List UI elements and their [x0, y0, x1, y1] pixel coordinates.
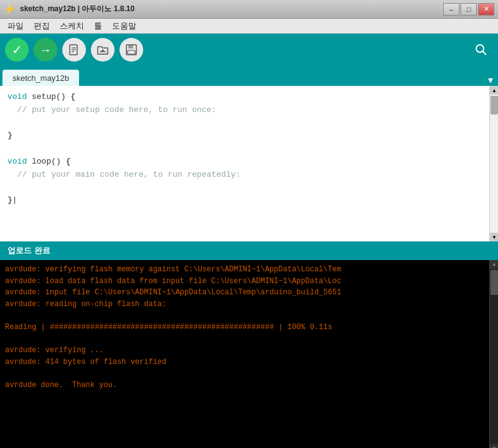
console-scroll-down[interactable]: ▼ [490, 444, 498, 448]
scroll-up-button[interactable]: ▲ [490, 86, 498, 95]
console-line [5, 310, 493, 322]
code-line-9: } [7, 194, 491, 207]
code-line-7: // put your main code here, to run repea… [7, 169, 491, 182]
open-button[interactable] [91, 38, 115, 62]
save-button[interactable] [120, 38, 143, 62]
svg-rect-6 [128, 45, 133, 49]
save-icon [125, 44, 138, 56]
console-output: avrdude: verifying flash memory against … [0, 260, 498, 448]
svg-rect-7 [128, 50, 135, 54]
console-line: avrdude: input file C:\Users\ADMINI~1\Ap… [5, 287, 493, 299]
status-bar: 업로드 완료 [0, 241, 498, 260]
code-line-1: void setup() { [7, 91, 491, 104]
code-line-5 [7, 142, 491, 156]
menu-file[interactable]: 파일 [2, 19, 29, 33]
tab-dropdown-button[interactable]: ▾ [488, 74, 496, 86]
close-button[interactable]: ✕ [478, 3, 494, 16]
code-line-3 [7, 117, 491, 130]
minimize-button[interactable]: – [443, 3, 459, 16]
title-bar-left: ⚡ sketch_may12b | 아두이노 1.8.10 [4, 3, 134, 15]
console-line: avrdude: load data flash data from input… [5, 276, 493, 287]
console-line [5, 334, 493, 345]
code-line-6: void loop() { [7, 156, 491, 169]
search-icon [474, 43, 488, 57]
scroll-down-button[interactable]: ▼ [490, 233, 498, 241]
code-line-2: // put your setup code here, to run once… [7, 104, 491, 117]
new-button[interactable] [62, 38, 86, 62]
editor-content: void setup() { // put your setup code he… [0, 86, 498, 241]
console-line: avrdude done. Thank you. [5, 380, 493, 391]
console-line: avrdude: verifying flash memory against … [5, 264, 493, 276]
code-line-8 [7, 182, 491, 195]
menu-bar: 파일 편집 스케치 툴 도움말 [0, 19, 498, 34]
code-line-4: } [7, 129, 491, 142]
editor[interactable]: void setup() { // put your setup code he… [0, 86, 498, 241]
tab-area: sketch_may12b ▾ [2, 70, 496, 86]
console-line: avrdude: 414 bytes of flash verified [5, 357, 493, 368]
tab-sketch[interactable]: sketch_may12b [2, 70, 79, 86]
title-text: sketch_may12b | 아두이노 1.8.10 [20, 4, 134, 14]
svg-point-8 [476, 45, 484, 52]
menu-sketch[interactable]: 스케치 [55, 19, 89, 33]
console-line: avrdude: reading on-chip flash data: [5, 299, 493, 310]
console-line: Reading | ##############################… [5, 322, 493, 334]
menu-edit[interactable]: 편집 [29, 19, 55, 33]
maximize-button[interactable]: □ [461, 3, 477, 16]
menu-tools[interactable]: 툴 [89, 19, 107, 33]
main-area: void setup() { // put your setup code he… [0, 86, 498, 448]
app-icon: ⚡ [4, 3, 16, 15]
status-text: 업로드 완료 [7, 245, 50, 256]
upload-button[interactable]: → [34, 38, 57, 62]
title-bar: ⚡ sketch_may12b | 아두이노 1.8.10 – □ ✕ [0, 0, 498, 19]
console-line [5, 368, 493, 380]
tab-bar: sketch_may12b ▾ [0, 66, 498, 86]
tab-label: sketch_may12b [12, 73, 69, 83]
console-lines: avrdude: verifying flash memory against … [5, 264, 493, 391]
svg-line-9 [483, 52, 487, 55]
editor-scrollbar[interactable]: ▲ ▼ [489, 86, 498, 241]
search-button[interactable] [469, 38, 493, 62]
open-icon [96, 44, 109, 56]
verify-button[interactable]: ✓ [5, 38, 29, 62]
console-scrollbar[interactable]: ▲ ▼ [489, 260, 498, 448]
title-controls: – □ ✕ [443, 3, 494, 16]
menu-help[interactable]: 도움말 [107, 19, 141, 33]
console-scroll-up[interactable]: ▲ [490, 260, 498, 269]
new-icon [68, 44, 80, 56]
toolbar-left: ✓ → [5, 38, 143, 62]
console-scroll-thumb[interactable] [491, 270, 498, 295]
toolbar: ✓ → [0, 34, 498, 66]
console-line: avrdude: verifying ... [5, 345, 493, 357]
scroll-thumb[interactable] [491, 96, 498, 114]
